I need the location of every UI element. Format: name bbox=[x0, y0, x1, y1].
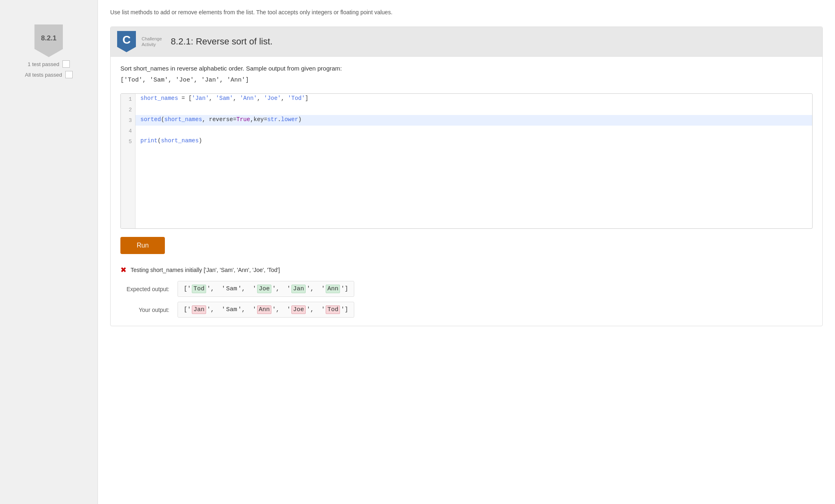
your-bracket-open: [' bbox=[184, 306, 191, 313]
your-sam: Sam bbox=[226, 306, 237, 313]
expected-label: Expected output: bbox=[120, 286, 169, 292]
code-line-4: 4 bbox=[121, 126, 812, 136]
test2-label: All tests passed bbox=[25, 72, 62, 78]
exp-sam: Sam bbox=[226, 285, 237, 292]
line-content-2 bbox=[135, 104, 145, 115]
exp-sep4: ', ' bbox=[306, 285, 325, 292]
expected-value: ['Tod', 'Sam', 'Joe', 'Jan', 'Ann'] bbox=[178, 281, 354, 297]
exp-joe: Joe bbox=[257, 285, 271, 293]
code-line-1: 1 short_names = ['Jan', 'Sam', 'Ann', 'J… bbox=[121, 94, 812, 104]
exp-sep3: ', ' bbox=[272, 285, 291, 292]
fail-text: Testing short_names initially ['Jan', 'S… bbox=[131, 267, 280, 273]
test-result-section: ✖ Testing short_names initially ['Jan', … bbox=[120, 265, 813, 318]
code-editor[interactable]: 1 short_names = ['Jan', 'Sam', 'Ann', 'J… bbox=[120, 93, 813, 229]
expected-output-row: Expected output: ['Tod', 'Sam', 'Joe', '… bbox=[120, 281, 813, 297]
code-line-6 bbox=[121, 147, 812, 228]
line-num-1: 1 bbox=[121, 94, 135, 104]
page-wrapper: 8.2.1 1 test passed All tests passed Use… bbox=[0, 0, 835, 504]
run-button[interactable]: Run bbox=[120, 237, 165, 254]
exp-jan: Jan bbox=[291, 285, 306, 293]
line-num-4: 4 bbox=[121, 126, 135, 136]
your-ann: Ann bbox=[257, 305, 271, 314]
output-comparison: Expected output: ['Tod', 'Sam', 'Joe', '… bbox=[120, 281, 813, 318]
line-num-5: 5 bbox=[121, 136, 135, 147]
your-bracket-close: '] bbox=[341, 306, 348, 313]
your-output-row: Your output: ['Jan', 'Sam', 'Ann', 'Joe'… bbox=[120, 302, 813, 318]
sample-output: ['Tod', 'Sam', 'Joe', 'Jan', 'Ann'] bbox=[120, 77, 813, 84]
exp-sep1: ', ' bbox=[207, 285, 225, 292]
code-lines: 1 short_names = ['Jan', 'Sam', 'Ann', 'J… bbox=[121, 94, 812, 228]
sidebar: 8.2.1 1 test passed All tests passed bbox=[0, 0, 98, 504]
your-sep4: ', ' bbox=[306, 306, 325, 313]
line-content-1: short_names = ['Jan', 'Sam', 'Ann', 'Joe… bbox=[135, 94, 313, 104]
test-result-header: ✖ Testing short_names initially ['Jan', … bbox=[120, 265, 813, 274]
test2-status: All tests passed bbox=[25, 71, 73, 78]
exp-bracket-open: [' bbox=[184, 285, 191, 292]
exp-bracket-close: '] bbox=[341, 285, 348, 292]
challenge-card: C Challenge Activity 8.2.1: Reverse sort… bbox=[110, 27, 823, 326]
badge: 8.2.1 bbox=[34, 24, 63, 57]
badge-container: 8.2.1 1 test passed All tests passed bbox=[25, 24, 73, 78]
your-jan: Jan bbox=[192, 305, 206, 314]
test1-status: 1 test passed bbox=[28, 60, 70, 68]
activity-sublabel: Activity bbox=[142, 42, 162, 47]
line-content-3: sorted(short_names, reverse=True,key=str… bbox=[135, 115, 306, 126]
your-sep3: ', ' bbox=[272, 306, 291, 313]
exp-ann: Ann bbox=[326, 285, 340, 293]
challenge-body: Sort short_names in reverse alphabetic o… bbox=[111, 57, 822, 326]
code-line-2: 2 bbox=[121, 104, 812, 115]
main-content: Use list methods to add or remove elemen… bbox=[98, 0, 835, 504]
exp-tod: Tod bbox=[192, 285, 206, 293]
code-line-5: 5 print(short_names) bbox=[121, 136, 812, 147]
problem-description: Sort short_names in reverse alphabetic o… bbox=[120, 65, 813, 72]
intro-text: Use list methods to add or remove elemen… bbox=[110, 8, 823, 17]
your-joe: Joe bbox=[291, 305, 306, 314]
your-tod: Tod bbox=[326, 305, 340, 314]
your-output-value: ['Jan', 'Sam', 'Ann', 'Joe', 'Tod'] bbox=[178, 302, 354, 318]
your-output-label: Your output: bbox=[120, 307, 169, 313]
challenge-icon: C bbox=[117, 31, 136, 52]
code-line-3: 3 sorted(short_names, reverse=True,key=s… bbox=[121, 115, 812, 126]
line-content-6 bbox=[135, 147, 145, 228]
test1-checkbox bbox=[62, 60, 70, 68]
test2-checkbox bbox=[65, 71, 73, 78]
fail-icon: ✖ bbox=[120, 265, 127, 274]
test1-label: 1 test passed bbox=[28, 61, 59, 67]
badge-shape: 8.2.1 bbox=[34, 24, 63, 57]
challenge-header: C Challenge Activity 8.2.1: Reverse sort… bbox=[111, 27, 822, 57]
line-content-5: print(short_names) bbox=[135, 136, 207, 147]
your-sep2: ', ' bbox=[238, 306, 256, 313]
your-sep1: ', ' bbox=[207, 306, 225, 313]
activity-label: Challenge bbox=[142, 36, 162, 42]
line-num-6 bbox=[121, 147, 135, 228]
line-content-4 bbox=[135, 126, 145, 136]
line-num-2: 2 bbox=[121, 104, 135, 115]
challenge-label-block: Challenge Activity bbox=[142, 36, 162, 48]
exp-sep2: ', ' bbox=[238, 285, 256, 292]
line-num-3: 3 bbox=[121, 115, 135, 126]
challenge-title: 8.2.1: Reverse sort of list. bbox=[171, 36, 273, 47]
